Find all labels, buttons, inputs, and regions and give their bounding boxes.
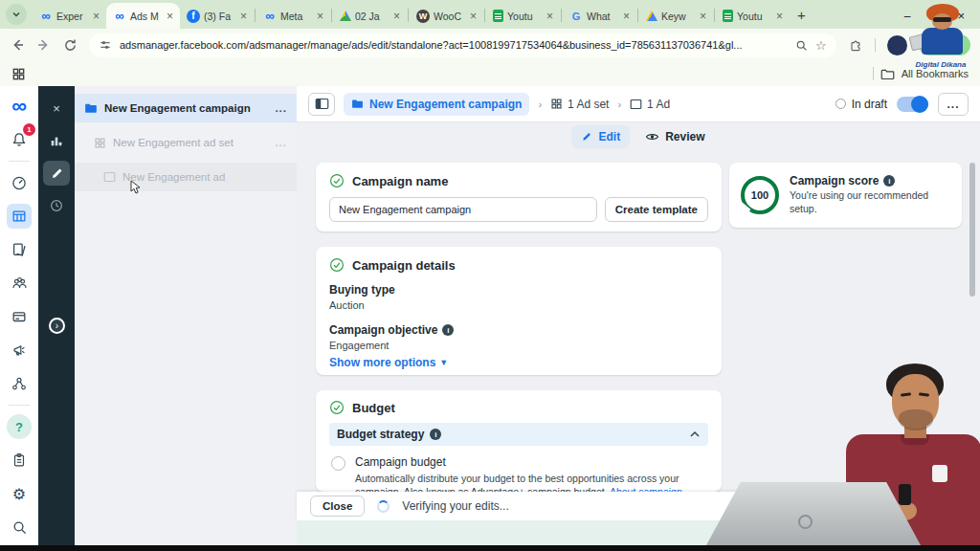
radio-button[interactable] [331, 456, 345, 471]
assets-icon[interactable] [7, 371, 32, 396]
reload-icon[interactable] [63, 38, 78, 53]
tab-title: 02 Ja [355, 11, 390, 22]
advertise-megaphone-icon[interactable] [7, 338, 32, 363]
budget-strategy-header[interactable]: Budget strategy i [329, 423, 708, 446]
verifying-status-text: Verifying your edits... [402, 499, 508, 513]
audiences-icon[interactable] [7, 271, 32, 296]
search-icon[interactable] [7, 515, 32, 540]
editor-rail: × › [38, 86, 75, 545]
show-more-options-link[interactable]: Show more options ▼ [329, 356, 708, 369]
all-bookmarks[interactable]: All Bookmarks [873, 67, 969, 80]
finish-profile-button[interactable]: Finish [919, 34, 970, 55]
tab-close-icon[interactable]: × [240, 10, 247, 23]
extensions-icon[interactable] [848, 37, 863, 53]
billing-icon[interactable] [7, 304, 32, 329]
browser-tab[interactable]: ∞Exper× [33, 3, 106, 29]
tab-edit[interactable]: Edit [571, 125, 630, 148]
campaign-budget-option[interactable]: Campaign budget Automatically distribute… [329, 455, 708, 492]
browser-tab[interactable]: WWooC× [410, 3, 483, 29]
tab-close-icon[interactable]: × [393, 10, 400, 23]
tab-search-button[interactable] [6, 4, 27, 25]
tab-close-icon[interactable]: × [776, 10, 783, 23]
tab-divider [561, 9, 562, 22]
toggle-sidebar-button[interactable] [308, 93, 335, 116]
wordpress-favicon: W [416, 10, 430, 23]
account-overview-icon[interactable] [7, 170, 32, 195]
campaign-details-title: Campaign details [352, 258, 456, 273]
maximize-icon[interactable] [929, 11, 938, 20]
tab-close-icon[interactable]: × [700, 10, 706, 23]
adset-grid-icon [550, 98, 563, 110]
close-panel-icon[interactable]: × [43, 96, 70, 121]
rail-divider [9, 405, 30, 406]
campaigns-icon[interactable] [7, 204, 32, 229]
charts-icon[interactable] [43, 128, 70, 153]
tab-title: Youtu [737, 11, 772, 22]
info-icon[interactable]: i [442, 324, 454, 336]
budget-strategy-label: Budget strategy [337, 428, 424, 441]
browser-tab[interactable]: GWhat× [563, 3, 636, 29]
business-tools-icon[interactable] [7, 448, 32, 473]
tree-row-campaign[interactable]: New Engagement campaign ... [75, 94, 297, 122]
meta-favicon: ∞ [263, 10, 277, 23]
browser-tab[interactable]: ∞Meta× [256, 3, 330, 29]
browser-tab[interactable]: ∞Ads M× [106, 3, 180, 29]
notifications-bell-icon[interactable]: 1 [7, 127, 32, 152]
forward-icon[interactable] [36, 37, 52, 53]
campaign-more-icon[interactable]: ... [275, 102, 287, 114]
browser-tab[interactable]: Youtu× [486, 3, 560, 29]
apps-grid-icon[interactable] [11, 67, 26, 81]
campaign-details-card: Campaign details Buying type Auction Cam… [316, 247, 722, 375]
google-ads-favicon [646, 11, 657, 21]
browser-tab[interactable]: Youtu× [716, 3, 790, 29]
expand-panel-button[interactable]: › [49, 318, 65, 334]
chevron-up-icon[interactable] [689, 430, 701, 439]
campaign-score-card: 100 Campaign score i You're using our re… [729, 163, 962, 228]
help-icon[interactable]: ? [7, 414, 32, 439]
tab-close-icon[interactable]: × [546, 10, 553, 23]
loading-spinner-icon [377, 500, 390, 513]
tree-row-ad[interactable]: New Engagement ad [75, 163, 297, 191]
history-clock-icon[interactable] [43, 193, 70, 218]
ads-reporting-icon[interactable] [7, 237, 32, 262]
profile-avatar[interactable] [887, 35, 907, 55]
sheets-favicon [723, 10, 733, 22]
meta-logo[interactable]: ∞ [7, 94, 32, 119]
info-icon[interactable]: i [430, 429, 441, 440]
check-circle-icon [329, 173, 345, 188]
tree-row-adset[interactable]: New Engagement ad set ... [75, 128, 297, 157]
draft-toggle[interactable] [897, 97, 928, 112]
campaign-name-input[interactable] [329, 197, 597, 222]
tab-close-icon[interactable]: × [470, 10, 477, 23]
browser-tab[interactable]: f(3) Fa× [180, 3, 254, 29]
create-template-button[interactable]: Create template [605, 197, 708, 222]
breadcrumb-ad[interactable]: 1 Ad [630, 98, 670, 111]
tab-review[interactable]: Review [645, 130, 704, 143]
bookmark-star-icon[interactable]: ☆ [815, 38, 827, 53]
site-info-icon[interactable] [99, 38, 112, 52]
browser-tab[interactable]: Keyw× [639, 3, 713, 29]
breadcrumb-adset[interactable]: 1 Ad set [550, 98, 609, 111]
edit-pencil-icon[interactable] [43, 161, 70, 186]
minimize-icon[interactable]: – [904, 10, 911, 23]
tab-close-icon[interactable]: × [167, 10, 173, 23]
close-button[interactable]: Close [310, 496, 365, 517]
buying-type-label: Buying type [329, 283, 708, 297]
address-bar[interactable]: adsmanager.facebook.com/adsmanager/manag… [89, 33, 836, 57]
breadcrumb-campaign[interactable]: New Engagement campaign [344, 93, 529, 116]
tab-close-icon[interactable]: × [623, 10, 630, 23]
back-icon[interactable] [10, 37, 25, 53]
header-more-button[interactable]: ... [938, 93, 969, 116]
tab-close-icon[interactable]: × [317, 10, 323, 23]
scrollbar-thumb[interactable] [969, 163, 975, 297]
tab-close-icon[interactable]: × [93, 10, 100, 23]
adset-more-icon[interactable]: ... [275, 137, 287, 148]
close-window-icon[interactable]: × [957, 9, 965, 23]
browser-tab[interactable]: 02 Ja× [333, 3, 407, 29]
browser-tab-bar: ∞Exper×∞Ads M×f(3) Fa×∞Meta×02 Ja×WWooC×… [0, 0, 980, 29]
settings-gear-icon[interactable]: ⚙ [7, 481, 32, 506]
zoom-page-icon[interactable] [795, 39, 808, 52]
new-tab-button[interactable]: + [797, 7, 806, 23]
info-icon[interactable]: i [883, 175, 895, 187]
ad-frame-icon [103, 171, 116, 183]
